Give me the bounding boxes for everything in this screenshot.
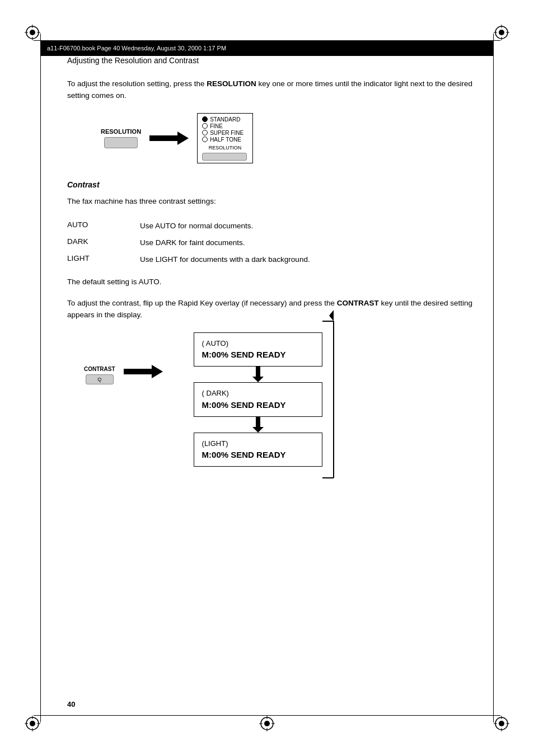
standard-indicator (202, 116, 208, 122)
res-row-standard: STANDARD (202, 116, 248, 123)
resolution-key-button[interactable] (104, 137, 138, 148)
reg-mark-bottom-right (494, 716, 509, 731)
section-heading: Adjusting the Resolution and Contrast (67, 56, 478, 65)
right-border-line (493, 34, 494, 722)
standard-label: STANDARD (210, 116, 240, 123)
contrast-key-button[interactable]: Q (86, 374, 114, 384)
superfine-label: SUPER FINE (210, 130, 243, 136)
resolution-key-area: RESOLUTION (101, 128, 141, 148)
auto-definition: Use AUTO for normal documents. (140, 218, 478, 234)
light-display-bottom: M:00% SEND READY (202, 449, 314, 461)
light-definition: Use LIGHT for documents with a dark back… (140, 251, 478, 268)
svg-marker-37 (329, 310, 334, 321)
resolution-intro-text1: To adjust the resolution setting, press … (67, 79, 207, 88)
fine-label: FINE (210, 123, 223, 129)
halftone-label: HALF TONE (210, 137, 241, 143)
reg-mark-top-left (25, 25, 40, 40)
resolution-diagram: RESOLUTION STANDARD FINE SUPER FINE (67, 113, 478, 163)
auto-display-text: ( AUTO) M:00% SEND READY (202, 339, 314, 360)
superfine-indicator (202, 130, 208, 135)
contrast-key-label: CONTRAST (84, 366, 115, 372)
page-content: Adjusting the Resolution and Contrast To… (67, 56, 478, 467)
contrast-key-name: CONTRAST (337, 299, 379, 307)
dark-display-text: ( DARK) M:00% SEND READY (202, 388, 314, 410)
contrast-displays: ( AUTO) M:00% SEND READY ( DARK) M:00% S… (194, 332, 322, 467)
dark-display-top: ( DARK) (202, 388, 314, 398)
resolution-panel: STANDARD FINE SUPER FINE HALF TONE RESOL… (197, 113, 253, 163)
reg-mark-bottom-left (25, 716, 40, 731)
adjust-contrast-text: To adjust the contrast, flip up the Rapi… (67, 298, 478, 321)
svg-marker-30 (149, 132, 189, 145)
page-number: 40 (67, 700, 75, 708)
svg-marker-31 (124, 365, 163, 378)
auto-row: AUTO Use AUTO for normal documents. (67, 218, 478, 234)
auto-display-bottom: M:00% SEND READY (202, 349, 314, 360)
dark-display-box: ( DARK) M:00% SEND READY (194, 382, 322, 416)
halftone-indicator (202, 137, 208, 142)
down-arrow-2 (194, 417, 322, 433)
resolution-intro: To adjust the resolution setting, press … (67, 78, 478, 102)
light-display-top: (LIGHT) (202, 439, 314, 449)
dark-term: DARK (67, 234, 140, 251)
light-term: LIGHT (67, 251, 140, 268)
dark-display-bottom: M:00% SEND READY (202, 399, 314, 411)
svg-point-25 (264, 721, 270, 726)
res-row-halftone: HALF TONE (202, 137, 248, 143)
svg-point-7 (499, 30, 504, 35)
svg-point-13 (30, 721, 35, 726)
reg-mark-bottom-center (259, 716, 275, 731)
light-display-text: (LIGHT) M:00% SEND READY (202, 439, 314, 461)
header-file-info: a11-F06700.book Page 40 Wednesday, Augus… (47, 45, 226, 51)
contrast-arrow (121, 363, 166, 380)
contrast-displays-container: ( AUTO) M:00% SEND READY ( DARK) M:00% S… (171, 332, 322, 467)
contrast-key-icon: Q (97, 377, 101, 382)
contrast-diagram: CONTRAST Q ( AUTO) M:00% SEND READY (67, 332, 478, 467)
resolution-key-label: RESOLUTION (101, 128, 141, 135)
auto-term: AUTO (67, 218, 140, 234)
fine-indicator (202, 123, 208, 129)
svg-point-1 (30, 30, 35, 35)
auto-display-box: ( AUTO) M:00% SEND READY (194, 332, 322, 367)
resolution-arrow (147, 130, 191, 147)
res-row-fine: FINE (202, 123, 248, 129)
light-row: LIGHT Use LIGHT for documents with a dar… (67, 251, 478, 268)
adjust-text-1: To adjust the contrast, flip up the Rapi… (67, 299, 337, 307)
bottom-border-line (34, 715, 500, 716)
svg-point-19 (499, 721, 504, 726)
contrast-settings-table: AUTO Use AUTO for normal documents. DARK… (67, 218, 478, 269)
resolution-panel-button (202, 153, 247, 161)
down-arrow-1 (194, 367, 322, 382)
svg-marker-33 (252, 417, 264, 433)
header-bar: a11-F06700.book Page 40 Wednesday, Augus… (40, 40, 494, 56)
light-display-box: (LIGHT) M:00% SEND READY (194, 433, 322, 467)
auto-display-top: ( AUTO) (202, 339, 314, 349)
reg-mark-top-right (494, 25, 509, 40)
right-connector (322, 332, 338, 467)
dark-definition: Use DARK for faint documents. (140, 234, 478, 251)
resolution-key-name: RESOLUTION (207, 79, 256, 88)
contrast-key-area: CONTRAST Q (84, 366, 115, 384)
default-setting-text: The default setting is AUTO. (67, 276, 478, 288)
left-border-line (40, 34, 41, 722)
svg-marker-32 (252, 367, 264, 382)
dark-row: DARK Use DARK for faint documents. (67, 234, 478, 251)
resolution-panel-bottom-label: RESOLUTION (202, 145, 248, 151)
res-row-superfine: SUPER FINE (202, 130, 248, 136)
contrast-intro: The fax machine has three contrast setti… (67, 196, 478, 208)
contrast-heading: Contrast (67, 180, 478, 189)
